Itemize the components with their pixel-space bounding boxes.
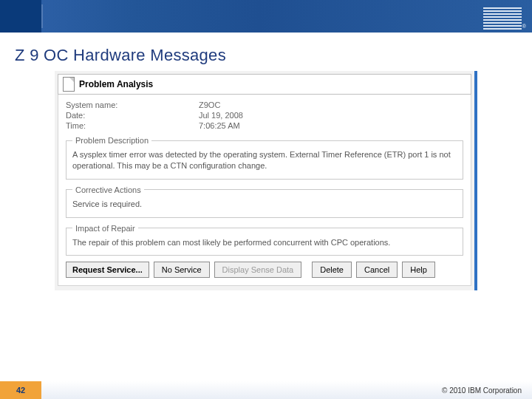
time-label: Time: — [66, 121, 199, 130]
date-label: Date: — [66, 111, 199, 120]
slide-title: Z 9 OC Hardware Messages — [15, 46, 532, 65]
window-body: System name: Z9OC Date: Jul 19, 2008 Tim… — [58, 95, 471, 286]
button-row: Request Service... No Service Display Se… — [66, 262, 463, 278]
header-band: ® — [0, 0, 532, 33]
impact-of-repair-section: Impact of Repair The repair of this prob… — [66, 224, 463, 256]
cancel-button[interactable]: Cancel — [356, 262, 398, 278]
registered-mark: ® — [522, 24, 526, 29]
copyright-text: © 2010 IBM Corporation — [442, 386, 522, 395]
system-name-label: System name: — [66, 100, 199, 109]
delete-button[interactable]: Delete — [312, 262, 352, 278]
header-divider — [41, 4, 43, 28]
window-titlebar: Problem Analysis — [58, 74, 471, 95]
ibm-logo-icon — [483, 7, 522, 30]
problem-description-legend: Problem Description — [72, 136, 151, 145]
corrective-actions-section: Corrective Actions Service is required. — [66, 185, 463, 218]
no-service-button[interactable]: No Service — [154, 262, 210, 278]
problem-description-section: Problem Description A sysplex timer erro… — [66, 136, 463, 180]
system-info: System name: Z9OC Date: Jul 19, 2008 Tim… — [66, 100, 463, 130]
problem-description-text: A sysplex timer error was detected by th… — [72, 149, 457, 171]
time-value: 7:06:25 AM — [199, 121, 463, 130]
corrective-actions-text: Service is required. — [72, 199, 457, 210]
page-number: 42 — [0, 381, 41, 399]
help-button[interactable]: Help — [402, 262, 435, 278]
system-name-value: Z9OC — [199, 100, 463, 109]
window-title: Problem Analysis — [79, 79, 153, 89]
document-icon — [63, 77, 75, 92]
impact-of-repair-legend: Impact of Repair — [72, 224, 138, 233]
date-value: Jul 19, 2008 — [199, 111, 463, 120]
problem-analysis-window: Problem Analysis System name: Z9OC Date:… — [55, 71, 477, 290]
footer: 42 © 2010 IBM Corporation — [0, 381, 532, 399]
display-sense-data-button[interactable]: Display Sense Data — [214, 262, 302, 278]
corrective-actions-legend: Corrective Actions — [72, 185, 144, 194]
impact-of-repair-text: The repair of this problem can most like… — [72, 237, 457, 248]
request-service-button[interactable]: Request Service... — [66, 262, 149, 278]
